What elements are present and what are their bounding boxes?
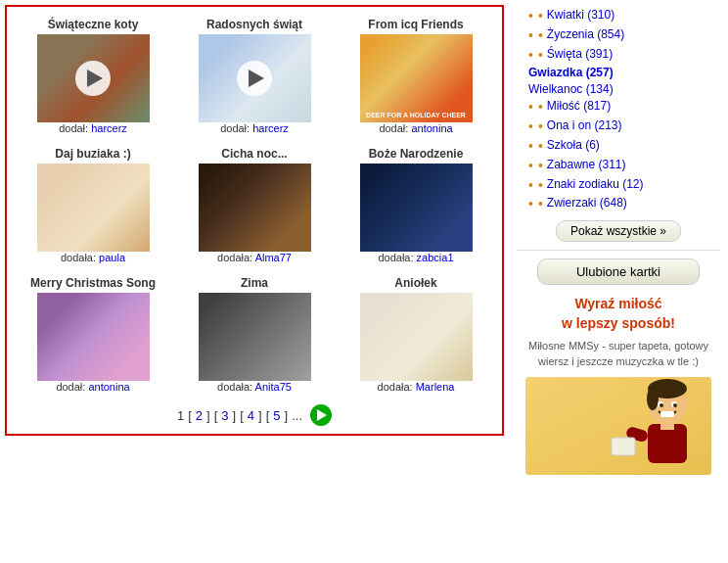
- cards-grid: Świąteczne kotydodał: harcerzRadosnych ś…: [15, 15, 494, 393]
- bullet-icon: •: [538, 196, 543, 212]
- card-thumbnail[interactable]: [199, 164, 311, 252]
- card-thumbnail[interactable]: [37, 34, 150, 122]
- promo-box: Wyraź miłość w lepszy sposób! Miłosne MM…: [517, 295, 720, 475]
- card-title: Merry Christmas Song: [30, 276, 156, 290]
- card-title: Boże Narodzenie: [369, 147, 464, 161]
- promo-title: Wyraź miłość w lepszy sposób!: [517, 295, 720, 333]
- author-label: dodała:: [378, 252, 416, 263]
- category-link[interactable]: Gwiazdka (257): [528, 66, 614, 79]
- author-link[interactable]: Marlena: [416, 381, 455, 393]
- card-author: dodała: Marlena: [378, 381, 455, 393]
- author-label: dodał:: [379, 122, 411, 134]
- author-label: dodała:: [217, 381, 255, 393]
- card-item: Aniołekdodała: Marlena: [338, 273, 494, 393]
- card-item: Cicha noc...dodała: Alma77: [176, 144, 333, 263]
- card-author: dodał: antonina: [56, 381, 129, 393]
- category-link[interactable]: Ona i on (213): [547, 118, 622, 132]
- promo-desc: Miłosne MMSy - super tapeta, gotowy wier…: [517, 339, 720, 369]
- sidebar-category-item: Gwiazdka (257): [528, 66, 720, 79]
- bullet-icon: •: [538, 138, 543, 155]
- next-page-button[interactable]: [310, 404, 332, 426]
- page-4-link[interactable]: 4: [248, 408, 254, 423]
- page-2-link[interactable]: 2: [196, 408, 203, 423]
- sidebar-category-item: •Szkoła (6): [528, 138, 720, 155]
- card-author: dodał: harcerz: [59, 122, 127, 134]
- pagination-bracket-open: [: [188, 408, 192, 423]
- category-link[interactable]: Życzenia (854): [547, 27, 624, 41]
- category-link[interactable]: Wielkanoc (134): [528, 82, 614, 96]
- card-thumbnail[interactable]: [37, 293, 150, 381]
- card-thumbnail[interactable]: DEER FOR A HOLIDAY CHEER: [360, 34, 473, 122]
- sidebar-divider: [517, 250, 720, 251]
- card-thumbnail[interactable]: [360, 164, 473, 252]
- bullet-icon: •: [538, 177, 543, 194]
- promo-illustration: [525, 377, 711, 475]
- card-author: dodał: harcerz: [220, 122, 289, 134]
- author-link[interactable]: Alma77: [255, 252, 292, 263]
- card-author: dodała: paula: [61, 252, 125, 263]
- card-item: Świąteczne kotydodał: harcerz: [15, 15, 171, 134]
- page-3-link[interactable]: 3: [221, 408, 228, 423]
- card-title: Świąteczne koty: [48, 18, 139, 31]
- card-item: Boże Narodzeniedodała: zabcia1: [338, 144, 494, 263]
- pagination-bracket-open4: [: [266, 408, 270, 423]
- show-all-button[interactable]: Pokaż wszystkie »: [556, 220, 681, 242]
- promo-image: [525, 377, 711, 475]
- svg-point-7: [673, 403, 677, 407]
- play-button[interactable]: [75, 61, 111, 96]
- favorites-button[interactable]: Ulubione kartki: [537, 258, 700, 285]
- author-link[interactable]: paula: [99, 252, 125, 263]
- author-link[interactable]: Anita75: [255, 381, 292, 393]
- author-link[interactable]: antonina: [411, 122, 452, 134]
- category-link[interactable]: Święta (391): [547, 47, 613, 61]
- category-link[interactable]: Kwiatki (310): [547, 8, 614, 22]
- card-item: Daj buziaka :)dodała: paula: [15, 144, 171, 263]
- category-link[interactable]: Zwierzaki (648): [547, 196, 627, 210]
- bullet-icon: •: [538, 158, 543, 174]
- card-author: dodała: Anita75: [217, 381, 292, 393]
- author-link[interactable]: harcerz: [252, 122, 289, 134]
- bullet-icon: •: [538, 27, 543, 44]
- card-title: Daj buziaka :): [55, 147, 130, 161]
- card-item: Zimadodała: Anita75: [176, 273, 333, 393]
- card-author: dodała: zabcia1: [378, 252, 453, 263]
- sidebar-category-item: •Kwiatki (310): [528, 8, 720, 24]
- card-thumbnail[interactable]: [37, 164, 150, 252]
- category-link[interactable]: Miłość (817): [547, 99, 611, 113]
- category-link[interactable]: Szkoła (6): [547, 138, 600, 152]
- category-list: •Kwiatki (310)•Życzenia (854)•Święta (39…: [517, 8, 720, 212]
- card-thumbnail[interactable]: [199, 34, 311, 122]
- author-label: dodała:: [378, 381, 416, 393]
- card-author: dodał: antonina: [379, 122, 452, 134]
- card-title: From icq Friends: [368, 18, 463, 31]
- card-thumbnail[interactable]: [199, 293, 311, 381]
- pagination: 1 [2] [3] [4] [5] ...: [15, 404, 494, 426]
- author-label: dodała:: [217, 252, 255, 263]
- category-link[interactable]: Zabawne (311): [547, 158, 626, 171]
- author-label: dodał:: [56, 381, 88, 393]
- sidebar-category-item: •Zabawne (311): [528, 158, 720, 174]
- author-label: dodał:: [220, 122, 252, 134]
- category-link[interactable]: Znaki zodiaku (12): [547, 177, 644, 191]
- page-5-link[interactable]: 5: [273, 408, 280, 423]
- cards-grid-wrapper: Świąteczne kotydodał: harcerzRadosnych ś…: [5, 5, 504, 436]
- author-label: dodał:: [59, 122, 91, 134]
- pagination-bracket-open3: [: [240, 408, 244, 423]
- card-author: dodała: Alma77: [217, 252, 292, 263]
- card-item: Merry Christmas Songdodał: antonina: [15, 273, 171, 393]
- bullet-icon: •: [538, 47, 543, 64]
- author-label: dodała:: [61, 252, 99, 263]
- author-link[interactable]: zabcia1: [417, 252, 454, 263]
- card-thumbnail[interactable]: [360, 293, 473, 381]
- pagination-bracket-open2: [: [214, 408, 218, 423]
- author-link[interactable]: harcerz: [91, 122, 127, 134]
- sidebar: •Kwiatki (310)•Życzenia (854)•Święta (39…: [509, 0, 728, 483]
- sidebar-category-item: •Życzenia (854): [528, 27, 720, 44]
- bullet-icon: •: [538, 118, 543, 135]
- play-icon: [249, 70, 264, 87]
- next-arrow-icon: [317, 409, 327, 421]
- card-title: Cicha noc...: [221, 147, 287, 161]
- play-button[interactable]: [237, 61, 272, 96]
- author-link[interactable]: antonina: [88, 381, 129, 393]
- svg-rect-8: [660, 411, 674, 417]
